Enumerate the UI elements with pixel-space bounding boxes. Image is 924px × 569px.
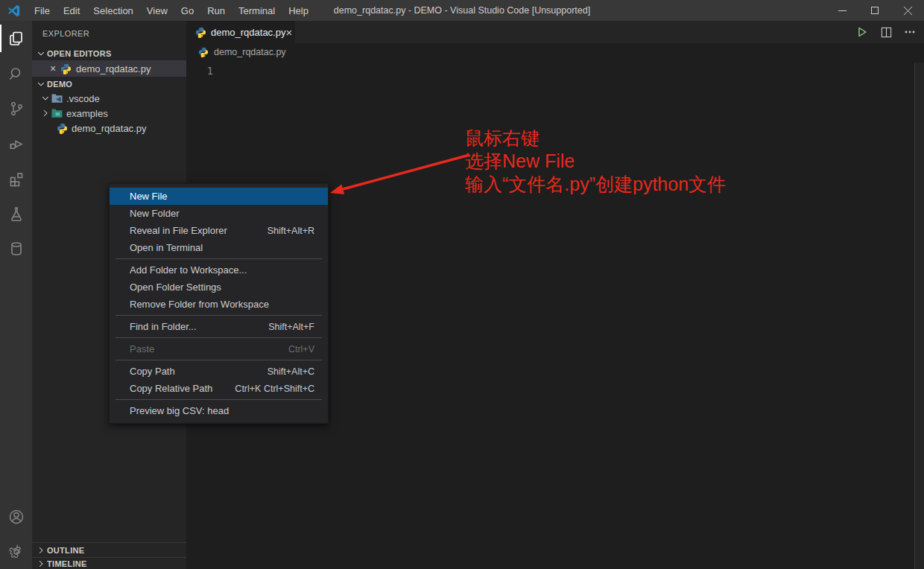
python-file-icon [57, 122, 69, 134]
testing-icon[interactable] [0, 196, 32, 231]
menu-item-new-file[interactable]: New File [110, 188, 328, 205]
menu-selection[interactable]: Selection [86, 0, 139, 21]
menu-file[interactable]: File [28, 0, 57, 21]
menu-go[interactable]: Go [174, 0, 200, 21]
editor-toolbar [854, 21, 918, 43]
database-icon[interactable] [0, 231, 32, 266]
run-debug-icon[interactable] [0, 126, 32, 161]
tab-demo-rqdatac[interactable]: demo_rqdatac.py × [186, 21, 295, 43]
explorer-context-menu: New File New Folder Reveal in File Explo… [109, 183, 329, 424]
menu-separator [116, 315, 322, 316]
menu-separator [116, 337, 322, 338]
sidebar-title: EXPLORER [32, 21, 186, 43]
tab-label: demo_rqdatac.py [211, 27, 285, 38]
close-window-button[interactable] [891, 0, 924, 21]
vscode-logo-icon [7, 4, 21, 17]
settings-gear-icon[interactable] [0, 534, 32, 569]
menu-item-remove-folder-from-workspace[interactable]: Remove Folder from Workspace [110, 296, 328, 313]
chevron-down-icon [35, 48, 47, 60]
editor-scrollbar[interactable] [914, 63, 924, 569]
breadcrumb[interactable]: demo_rqdatac.py [186, 43, 924, 61]
menubar: File Edit Selection View Go Run Terminal… [28, 0, 315, 21]
run-python-file-icon[interactable] [854, 24, 870, 40]
menu-item-open-folder-settings[interactable]: Open Folder Settings [110, 279, 328, 296]
menu-item-add-folder-to-workspace[interactable]: Add Folder to Workspace... [110, 261, 328, 279]
timeline-section-header[interactable]: TIMELINE [32, 557, 186, 569]
project-section-header[interactable]: DEMO [32, 77, 186, 91]
chevron-right-icon [39, 107, 51, 119]
more-actions-icon[interactable] [902, 24, 918, 40]
menu-item-reveal-in-file-explorer[interactable]: Reveal in File ExplorerShift+Alt+R [110, 222, 328, 239]
menu-help[interactable]: Help [282, 0, 315, 21]
menu-item-preview-big-csv-head[interactable]: Preview big CSV: head [110, 402, 328, 419]
outline-label: OUTLINE [47, 546, 84, 555]
open-editor-filename: demo_rqdatac.py [76, 63, 151, 74]
chevron-down-icon [39, 92, 51, 104]
menu-item-paste: PasteCtrl+V [110, 340, 328, 357]
open-editors-label: OPEN EDITORS [47, 49, 112, 58]
menu-item-copy-relative-path[interactable]: Copy Relative PathCtrl+K Ctrl+Shift+C [110, 380, 328, 397]
timeline-label: TIMELINE [47, 559, 87, 568]
chevron-right-icon [35, 544, 47, 556]
minimize-button[interactable] [826, 0, 858, 21]
menu-item-new-folder[interactable]: New Folder [110, 205, 328, 222]
menu-separator [116, 360, 322, 360]
open-editor-item[interactable]: × demo_rqdatac.py [32, 60, 186, 77]
chevron-down-icon [35, 78, 47, 90]
outline-section-header[interactable]: OUTLINE [32, 542, 186, 557]
split-editor-icon[interactable] [878, 24, 894, 40]
code-editor[interactable]: 1 [186, 61, 924, 78]
open-editors-header[interactable]: OPEN EDITORS [32, 46, 186, 60]
menu-run[interactable]: Run [200, 0, 232, 21]
menu-item-copy-path[interactable]: Copy PathShift+Alt+C [110, 363, 328, 380]
chevron-right-icon [35, 558, 47, 569]
tree-item-label: demo_rqdatac.py [72, 123, 146, 134]
python-file-icon [195, 26, 206, 38]
titlebar: File Edit Selection View Go Run Terminal… [0, 0, 924, 21]
python-file-icon [198, 46, 210, 58]
tab-bar: demo_rqdatac.py × [186, 21, 924, 43]
python-file-icon [60, 63, 72, 74]
menu-edit[interactable]: Edit [57, 0, 86, 21]
activity-bar [0, 21, 32, 569]
search-icon[interactable] [0, 56, 32, 91]
extensions-icon[interactable] [0, 161, 32, 196]
menu-terminal[interactable]: Terminal [232, 0, 282, 21]
account-icon[interactable] [0, 499, 32, 534]
tree-item-examples-folder[interactable]: examples [32, 106, 186, 121]
menu-item-find-in-folder[interactable]: Find in Folder...Shift+Alt+F [110, 318, 328, 335]
tree-item-label: .vscode [66, 93, 100, 104]
breadcrumb-filename: demo_rqdatac.py [214, 47, 286, 57]
menu-separator [116, 258, 322, 259]
vscode-folder-icon [51, 92, 63, 104]
close-editor-icon[interactable]: × [47, 63, 59, 74]
menu-separator [116, 399, 322, 400]
source-control-icon[interactable] [0, 91, 32, 126]
tree-item-vscode-folder[interactable]: .vscode [32, 91, 186, 106]
menu-view[interactable]: View [140, 0, 174, 21]
window-controls [826, 0, 924, 21]
close-tab-icon[interactable]: × [285, 26, 292, 39]
maximize-button[interactable] [858, 0, 891, 21]
tree-item-python-file[interactable]: demo_rqdatac.py [32, 121, 186, 136]
menu-item-open-in-terminal[interactable]: Open in Terminal [110, 239, 328, 256]
explorer-icon[interactable] [0, 21, 32, 56]
tree-item-label: examples [66, 108, 108, 119]
examples-folder-icon [51, 107, 63, 119]
line-number: 1 [186, 64, 213, 78]
project-name-label: DEMO [47, 80, 72, 89]
